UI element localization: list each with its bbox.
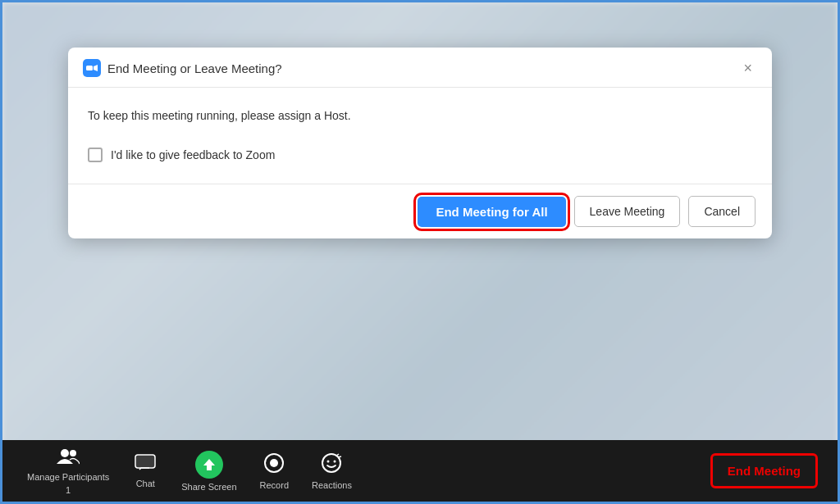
toolbar-item-reactions[interactable]: Reactions bbox=[300, 447, 363, 495]
svg-point-10 bbox=[327, 460, 330, 462]
toolbar-item-participants[interactable]: Manage Participants 1 bbox=[16, 443, 121, 500]
dialog-message: To keep this meeting running, please ass… bbox=[88, 107, 752, 125]
record-label: Record bbox=[260, 480, 289, 490]
chat-label: Chat bbox=[136, 479, 155, 488]
reactions-icon bbox=[321, 452, 342, 477]
svg-point-2 bbox=[61, 449, 69, 457]
record-svg bbox=[263, 452, 285, 474]
zoom-logo-icon bbox=[83, 59, 101, 77]
participants-icon bbox=[57, 447, 80, 469]
svg-point-11 bbox=[334, 460, 336, 462]
chat-svg bbox=[135, 454, 156, 472]
share-screen-svg bbox=[202, 457, 217, 472]
dialog-body: To keep this meeting running, please ass… bbox=[68, 88, 772, 184]
cancel-button[interactable]: Cancel bbox=[688, 196, 756, 227]
feedback-checkbox-label: I'd like to give feedback to Zoom bbox=[111, 148, 275, 161]
svg-rect-5 bbox=[135, 455, 155, 468]
toolbar-item-chat[interactable]: Chat bbox=[121, 449, 170, 493]
svg-point-8 bbox=[270, 459, 278, 467]
svg-marker-6 bbox=[203, 459, 215, 470]
dialog-title: End Meeting or Leave Meeting? bbox=[107, 61, 282, 75]
reactions-label: Reactions bbox=[312, 480, 352, 490]
chat-icon bbox=[135, 454, 156, 475]
svg-point-3 bbox=[70, 450, 76, 456]
dialog-footer: End Meeting for All Leave Meeting Cancel bbox=[68, 184, 772, 238]
svg-point-9 bbox=[322, 454, 340, 472]
end-meeting-for-all-button[interactable]: End Meeting for All bbox=[418, 197, 565, 227]
feedback-checkbox[interactable] bbox=[88, 148, 103, 162]
svg-line-12 bbox=[336, 454, 339, 456]
svg-line-13 bbox=[338, 456, 341, 457]
participants-label: Manage Participants bbox=[27, 472, 109, 482]
leave-meeting-button[interactable]: Leave Meeting bbox=[574, 196, 681, 227]
svg-marker-1 bbox=[94, 65, 98, 71]
svg-rect-0 bbox=[86, 66, 93, 70]
record-icon bbox=[263, 452, 285, 477]
toolbar-item-share-screen[interactable]: Share Screen bbox=[170, 446, 248, 497]
close-button[interactable]: × bbox=[738, 59, 757, 77]
dialog-title-row: End Meeting or Leave Meeting? bbox=[83, 59, 282, 77]
reactions-svg bbox=[321, 452, 342, 474]
participants-svg bbox=[57, 447, 80, 465]
zoom-logo-svg bbox=[85, 61, 98, 75]
end-meeting-button[interactable]: End Meeting bbox=[710, 453, 818, 488]
toolbar-item-record[interactable]: Record bbox=[249, 447, 300, 495]
dialog-header: End Meeting or Leave Meeting? × bbox=[68, 48, 772, 88]
participants-count: 1 bbox=[66, 485, 71, 495]
feedback-checkbox-row: I'd like to give feedback to Zoom bbox=[88, 148, 752, 162]
share-screen-label: Share Screen bbox=[181, 482, 236, 492]
toolbar: Manage Participants 1 Chat Share Screen bbox=[2, 440, 838, 502]
dialog: End Meeting or Leave Meeting? × To keep … bbox=[68, 48, 772, 238]
share-screen-icon bbox=[195, 451, 223, 479]
